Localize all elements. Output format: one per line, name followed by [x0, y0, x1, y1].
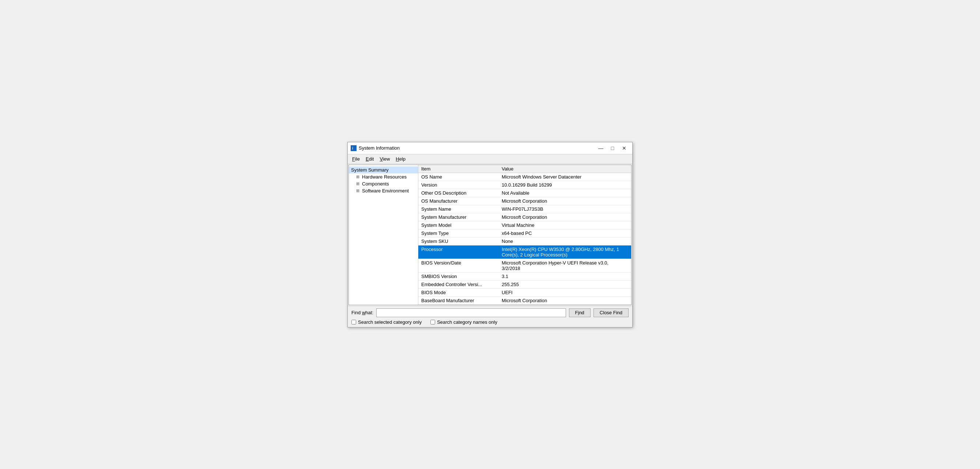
table-cell-item: BaseBoard Manufacturer — [418, 296, 499, 305]
menu-edit[interactable]: Edit — [363, 155, 377, 163]
minimize-button[interactable]: — — [596, 145, 606, 152]
table-cell-item: System Type — [418, 229, 499, 237]
checkbox-row: Search selected category only Search cat… — [352, 319, 628, 325]
close-button[interactable]: ✕ — [619, 145, 629, 152]
system-information-window: i System Information — □ ✕ File Edit Vie… — [347, 142, 633, 327]
table-row[interactable]: System Typex64-based PC — [418, 229, 631, 237]
table-cell-item: System Model — [418, 221, 499, 229]
menu-help[interactable]: Help — [393, 155, 409, 163]
table-cell-value: 3.1 — [499, 272, 631, 280]
table-cell-value: Intel(R) Xeon(R) CPU W3530 @ 2.80GHz, 28… — [499, 245, 631, 258]
expand-icon-components: ⊞ — [356, 182, 361, 186]
find-button[interactable]: Find — [569, 308, 590, 317]
window-title: System Information — [359, 145, 400, 151]
table-header-row: Item Value — [418, 165, 631, 173]
checkbox-category-names[interactable]: Search category names only — [430, 319, 497, 325]
table-cell-item: Version — [418, 181, 499, 189]
table-row[interactable]: OS ManufacturerMicrosoft Corporation — [418, 197, 631, 205]
table-cell-value: None — [499, 237, 631, 245]
detail-table: Item Value OS NameMicrosoft Windows Serv… — [418, 165, 631, 305]
table-row[interactable]: Embedded Controller Versi...255.255 — [418, 280, 631, 288]
table-row[interactable]: SMBIOS Version3.1 — [418, 272, 631, 280]
bottom-bar: Find what: Find Close Find Search select… — [348, 306, 632, 327]
table-row[interactable]: BIOS Version/DateMicrosoft Corporation H… — [418, 258, 631, 272]
table-cell-item: Embedded Controller Versi... — [418, 280, 499, 288]
table-cell-value: 10.0.16299 Build 16299 — [499, 181, 631, 189]
table-cell-item: SMBIOS Version — [418, 272, 499, 280]
find-row: Find what: Find Close Find — [352, 308, 628, 317]
table-cell-value: Microsoft Windows Server Datacenter — [499, 173, 631, 181]
table-cell-item: System Name — [418, 205, 499, 213]
table-cell-value: x64-based PC — [499, 229, 631, 237]
menu-file[interactable]: File — [349, 155, 363, 163]
main-content: System Summary ⊞ Hardware Resources ⊞ Co… — [348, 164, 632, 305]
table-cell-value: Not Available — [499, 189, 631, 197]
expand-icon-software: ⊞ — [356, 188, 361, 193]
find-input[interactable] — [376, 308, 566, 317]
table-row[interactable]: System ModelVirtual Machine — [418, 221, 631, 229]
table-cell-value: Microsoft Corporation Hyper-V UEFI Relea… — [499, 258, 631, 272]
table-cell-item: System SKU — [418, 237, 499, 245]
sidebar-item-hardware-resources[interactable]: ⊞ Hardware Resources — [349, 174, 418, 180]
table-row[interactable]: Version10.0.16299 Build 16299 — [418, 181, 631, 189]
table-cell-item: Processor — [418, 245, 499, 258]
table-cell-value: WIN-FP07LJ73S3B — [499, 205, 631, 213]
table-row[interactable]: OS NameMicrosoft Windows Server Datacent… — [418, 173, 631, 181]
title-bar-buttons: — □ ✕ — [596, 145, 629, 152]
table-row[interactable]: Other OS DescriptionNot Available — [418, 189, 631, 197]
maximize-button[interactable]: □ — [608, 145, 617, 152]
sidebar-item-system-summary[interactable]: System Summary — [349, 166, 418, 174]
checkbox-category-names-input[interactable] — [430, 320, 435, 324]
detail-panel: Item Value OS NameMicrosoft Windows Serv… — [418, 165, 631, 305]
table-cell-item: BIOS Mode — [418, 288, 499, 296]
checkbox-selected-category-input[interactable] — [352, 320, 356, 324]
column-header-value: Value — [499, 165, 631, 173]
table-cell-value: Virtual Machine — [499, 221, 631, 229]
table-cell-value: UEFI — [499, 288, 631, 296]
title-bar: i System Information — □ ✕ — [348, 142, 632, 155]
app-icon: i — [351, 145, 356, 151]
table-cell-item: BIOS Version/Date — [418, 258, 499, 272]
column-header-item: Item — [418, 165, 499, 173]
close-find-button[interactable]: Close Find — [593, 308, 628, 317]
table-cell-item: System Manufacturer — [418, 213, 499, 221]
find-label: Find what: — [352, 310, 373, 315]
table-cell-item: Other OS Description — [418, 189, 499, 197]
table-cell-value: Microsoft Corporation — [499, 213, 631, 221]
table-cell-value: Microsoft Corporation — [499, 197, 631, 205]
table-row[interactable]: System ManufacturerMicrosoft Corporation — [418, 213, 631, 221]
sidebar-item-components[interactable]: ⊞ Components — [349, 180, 418, 187]
table-cell-value: Microsoft Corporation — [499, 296, 631, 305]
table-row[interactable]: ProcessorIntel(R) Xeon(R) CPU W3530 @ 2.… — [418, 245, 631, 258]
checkbox-selected-category[interactable]: Search selected category only — [352, 319, 422, 325]
expand-icon-hardware: ⊞ — [356, 174, 361, 179]
sidebar-item-software-environment[interactable]: ⊞ Software Environment — [349, 187, 418, 194]
table-row[interactable]: System NameWIN-FP07LJ73S3B — [418, 205, 631, 213]
table-row[interactable]: BIOS ModeUEFI — [418, 288, 631, 296]
menu-view[interactable]: View — [377, 155, 393, 163]
table-row[interactable]: System SKUNone — [418, 237, 631, 245]
table-cell-item: OS Name — [418, 173, 499, 181]
svg-text:i: i — [352, 146, 353, 150]
table-row[interactable]: BaseBoard ManufacturerMicrosoft Corporat… — [418, 296, 631, 305]
sidebar: System Summary ⊞ Hardware Resources ⊞ Co… — [349, 165, 418, 305]
table-cell-value: 255.255 — [499, 280, 631, 288]
title-bar-left: i System Information — [351, 145, 400, 151]
table-cell-item: OS Manufacturer — [418, 197, 499, 205]
menu-bar: File Edit View Help — [348, 155, 632, 164]
